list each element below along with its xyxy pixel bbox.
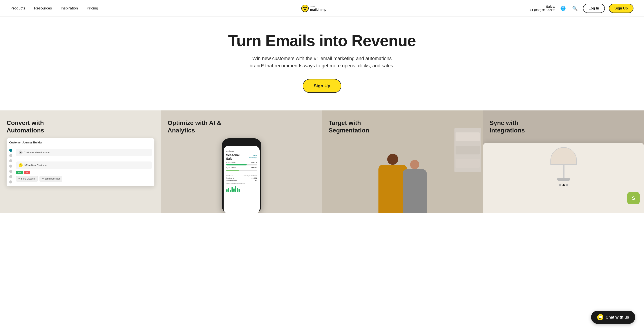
bar-6 [235,186,236,192]
lamp-base [557,178,570,181]
shelf-box-3 [456,159,480,168]
search-button[interactable]: 🔍 [571,5,579,12]
person-2 [402,160,427,213]
nav-link-resources[interactable]: Resources [34,6,52,11]
svg-text:INTUIT: INTUIT [310,6,317,8]
svg-point-0 [302,5,308,12]
shelf-mockup [454,128,481,172]
logo[interactable]: INTUIT mailchimp [301,4,343,13]
phone-campaign-title: Seasonal Sale [226,153,246,160]
features-row: Convert with Automations Customer Journe… [0,110,644,213]
svg-point-2 [305,7,307,8]
journey-icon-6 [9,175,12,178]
signup-nav-button[interactable]: Sign Up [609,4,634,13]
phone-td-unsubs: Unsubscribes [226,180,237,182]
feature-segmentation: Target with Segmentation [322,110,483,213]
phone-view-link: View campaign [246,154,257,158]
svg-point-1 [303,7,305,8]
carousel-dots [488,184,640,186]
hero-signup-button[interactable]: Sign Up [303,79,341,93]
sales-info: Sales: +1 (800) 315-5939 [530,5,555,12]
phone-opens-pct: +66.7% [251,161,257,163]
feature-automations: Convert with Automations Customer Journe… [0,110,161,213]
phone-th-existing: Existing Customers [244,175,257,176]
phone-opens-bar [226,164,247,166]
lamp-shape [550,147,577,181]
bar-1 [226,190,228,192]
phone-divider [226,173,257,173]
phone-tr-recipients: Recipients 11,021 [226,177,257,179]
mailchimp-logo-svg: INTUIT mailchimp [301,4,343,13]
automations-title: Convert with Automations [6,119,68,134]
lamp-shade [550,147,577,165]
journey-icon-4 [9,164,12,168]
phone-audience-label: Audience [226,150,257,152]
dot-3 [566,184,568,186]
nav-left: Products Resources Inspiration Pricing [10,6,98,11]
integrations-title: Sync with Integrations [490,119,551,134]
phone-screen: Audience Seasonal Sale View campaign 7,3… [224,146,260,213]
feature-ai: Optimize with AI & Analytics Audience Se… [161,110,322,213]
segmentation-title: Target with Segmentation [328,119,390,134]
phone-outer: Audience Seasonal Sale View campaign 7,3… [222,138,262,213]
journey-yes-no: Yes No [16,171,152,174]
shopify-icon: S [632,195,635,201]
feature-integrations: Sync with Integrations S [483,110,644,213]
journey-action-2: ✉ Send Reminder [40,176,62,182]
journey-yes: Yes [16,171,23,174]
hero-subtitle: Win new customers with the #1 email mark… [247,55,397,69]
phone-table-header: Audience Existing Customers [226,175,257,176]
journey-node-icon-1: ▶ [19,150,22,154]
globe-button[interactable]: 🌐 [559,5,567,12]
search-icon: 🔍 [572,6,578,11]
bar-8 [238,189,240,192]
nav-link-inspiration[interactable]: Inspiration [60,6,78,11]
journey-node-icon-2: ⬡ [19,163,22,167]
lamp-stem [563,165,564,178]
hero-title: Turn Emails into Revenue [9,32,635,50]
journey-icon-7 [9,181,12,184]
main-nav: Products Resources Inspiration Pricing I… [0,0,644,17]
phone-opens-label: 7,326 Opens [226,161,236,163]
globe-icon: 🌐 [560,6,566,11]
nav-link-pricing[interactable]: Pricing [87,6,98,11]
phone-clicks-bar-track [226,170,257,171]
sales-label: Sales: [546,5,555,8]
phone-tr-unsubs: Unsubscribes 43 [226,180,257,182]
journey-action-1: ✉ Send Discount [16,176,38,182]
person-2-body [402,169,427,213]
shopify-badge: S [627,192,640,204]
journey-no: No [24,171,30,174]
dot-2 [562,184,565,186]
hero-section: Turn Emails into Revenue Win new custome… [0,17,644,110]
journey-line-1 [21,158,21,161]
phone-clicks-row: 4,631 Clicks +42.1% [226,167,257,169]
bar-4 [232,187,233,192]
lamp-illustration [488,147,640,181]
phone-bar-chart [226,186,257,192]
journey-sidebar-icons [9,149,14,184]
phone-hour-label: 24 HOUR PERFORMANCE [226,183,257,185]
journey-node-label-2: If/Else New Customer [24,164,47,167]
phone-td-recipients: Recipients [226,177,234,179]
bar-7 [237,188,238,192]
shelf-box-2 [456,146,480,154]
phone-th-audience: Audience [226,175,232,176]
phone-mockup-wrap: Audience Seasonal Sale View campaign 7,3… [168,138,316,213]
phone-header-row: Seasonal Sale View campaign [226,153,257,161]
person-2-head [410,160,419,169]
phone-td-unsubs-val: 11,021 [252,177,257,179]
sales-phone: +1 (800) 315-5939 [530,8,555,12]
login-button[interactable]: Log In [583,4,605,13]
phone-clicks-label: 4,631 Clicks [226,167,236,169]
journey-icon-5 [9,170,12,173]
bar-2 [228,188,229,192]
journey-icon-1 [9,149,12,152]
journey-node-1: ▶ Customer abandons cart [16,149,152,156]
person-1-head [387,154,398,165]
nav-link-products[interactable]: Products [10,6,25,11]
journey-header: Customer Journey Builder [9,141,152,146]
journey-node-label-1: Customer abandons cart [24,151,50,154]
journey-actions: ✉ Send Discount ✉ Send Reminder [16,176,152,182]
journey-node-2: ⬡ If/Else New Customer [16,161,152,169]
